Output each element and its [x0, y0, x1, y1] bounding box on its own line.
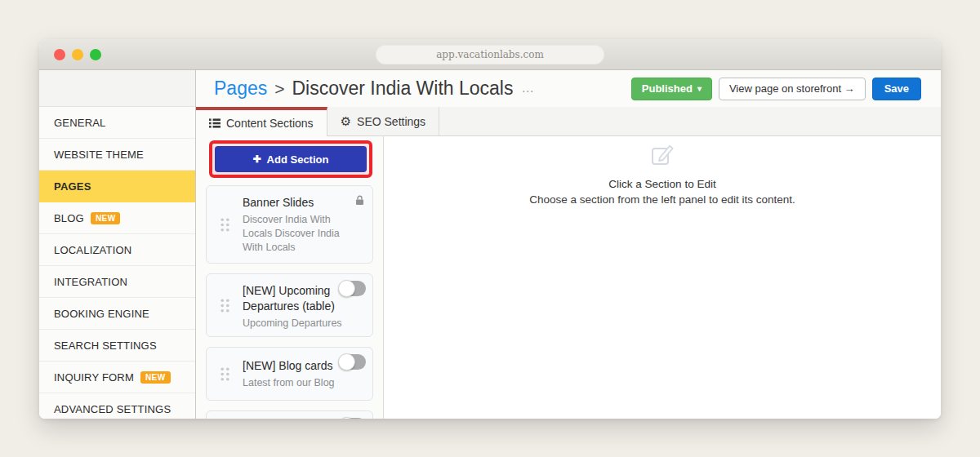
sidebar-item-website-theme[interactable]: WEBSITE THEME	[39, 139, 195, 171]
page-title: Discover India With Locals	[292, 78, 513, 100]
tab-bar: Content Sections ⚙ SEO Settings	[196, 107, 941, 136]
tab-label: SEO Settings	[357, 115, 425, 128]
sidebar-item-advanced-settings[interactable]: ADVANCED SETTINGS	[39, 393, 195, 419]
drag-handle[interactable]	[207, 348, 243, 400]
section-enable-toggle[interactable]	[339, 418, 366, 419]
sidebar-item-integration[interactable]: INTEGRATION	[39, 266, 195, 298]
sidebar-item-label: PAGES	[54, 180, 91, 193]
toggle-knob	[338, 280, 355, 297]
section-card-upcoming-departures[interactable]: [NEW] Upcoming Departures (table) Upcomi…	[206, 273, 373, 337]
caret-down-icon: ▾	[697, 84, 702, 93]
address-bar-url: app.vacationlabs.com	[436, 49, 544, 60]
sidebar-nav: GENERAL WEBSITE THEME PAGES BLOGNEW LOCA…	[39, 107, 195, 419]
window-controls	[54, 49, 101, 60]
drag-dots-icon	[220, 299, 229, 313]
section-enable-toggle[interactable]	[339, 354, 366, 370]
annotation-highlight-box: ✚ Add Section	[209, 140, 372, 178]
title-ellipsis-icon[interactable]: ⋯	[521, 84, 533, 99]
sidebar-item-general[interactable]: GENERAL	[39, 107, 195, 139]
breadcrumb: Pages > Discover India With Locals ⋯	[214, 78, 533, 100]
browser-titlebar: app.vacationlabs.com	[39, 39, 941, 70]
new-badge: NEW	[140, 371, 171, 384]
save-label: Save	[884, 82, 909, 95]
drag-dots-icon	[220, 367, 229, 381]
page-header: Pages > Discover India With Locals ⋯ Pub…	[196, 70, 941, 107]
tab-content-sections[interactable]: Content Sections	[196, 107, 327, 136]
gear-icon: ⚙	[341, 115, 351, 127]
view-storefront-label: View page on storefront →	[729, 82, 855, 95]
empty-state-description: Choose a section from the left panel to …	[523, 193, 801, 207]
sidebar-item-label: ADVANCED SETTINGS	[54, 403, 171, 415]
lock-icon	[355, 194, 364, 209]
sidebar-item-booking-engine[interactable]: BOOKING ENGINE	[39, 298, 195, 330]
settings-sidebar: GENERAL WEBSITE THEME PAGES BLOGNEW LOCA…	[39, 70, 196, 419]
sidebar-item-label: BLOG	[54, 212, 84, 224]
section-title: Banner Slides	[243, 195, 358, 211]
edit-pencil-icon	[649, 141, 675, 167]
address-bar[interactable]: app.vacationlabs.com	[376, 45, 604, 64]
tab-label: Content Sections	[226, 117, 314, 130]
tab-seo-settings[interactable]: ⚙ SEO Settings	[327, 107, 440, 135]
drag-dots-icon	[220, 218, 229, 232]
drag-handle[interactable]	[207, 274, 243, 336]
drag-handle[interactable]	[207, 186, 243, 263]
section-enable-toggle[interactable]	[339, 281, 366, 296]
section-subtitle: Latest from our Blog	[243, 376, 358, 390]
add-section-label: Add Section	[267, 153, 329, 166]
window-minimize-button[interactable]	[72, 49, 83, 60]
section-card-blog-cards[interactable]: [NEW] Blog cards Latest from our Blog	[206, 347, 373, 401]
empty-state-title: Click a Section to Edit	[608, 178, 715, 190]
drag-handle[interactable]	[207, 411, 243, 419]
published-label: Published	[642, 82, 693, 95]
sidebar-item-inquiry-form[interactable]: INQUIRY FORMNEW	[39, 362, 195, 393]
window-close-button[interactable]	[54, 49, 65, 60]
plus-icon: ✚	[253, 153, 261, 165]
sidebar-item-pages[interactable]: PAGES	[39, 171, 195, 202]
breadcrumb-pages-link[interactable]: Pages	[214, 78, 267, 100]
window-zoom-button[interactable]	[90, 49, 101, 60]
published-dropdown-button[interactable]: Published ▾	[631, 78, 712, 100]
section-subtitle: Upcoming Departures	[243, 317, 358, 331]
save-button[interactable]: Save	[872, 78, 921, 100]
add-section-button[interactable]: ✚ Add Section	[215, 146, 367, 172]
view-storefront-button[interactable]: View page on storefront →	[719, 78, 866, 100]
section-subtitle: Discover India With Locals Discover Indi…	[243, 213, 358, 255]
section-card-partial[interactable]	[206, 410, 373, 419]
browser-window: app.vacationlabs.com GENERAL WEBSITE THE…	[39, 39, 941, 419]
header-actions: Published ▾ View page on storefront → Sa…	[631, 78, 921, 100]
sidebar-item-label: LOCALIZATION	[54, 244, 131, 256]
sidebar-item-label: SEARCH SETTINGS	[54, 339, 157, 352]
new-badge: NEW	[91, 212, 121, 224]
sidebar-item-localization[interactable]: LOCALIZATION	[39, 234, 195, 266]
sidebar-item-search-settings[interactable]: SEARCH SETTINGS	[39, 330, 195, 362]
sections-list-panel: ✚ Add Section Ba	[196, 136, 384, 419]
section-card-banner-slides[interactable]: Banner Slides Discover India With Locals…	[206, 185, 373, 264]
sidebar-item-label: BOOKING ENGINE	[54, 308, 149, 320]
breadcrumb-separator: >	[274, 79, 284, 99]
list-icon	[209, 118, 220, 128]
sidebar-item-blog[interactable]: BLOGNEW	[39, 202, 195, 234]
sidebar-item-label: INTEGRATION	[54, 276, 127, 288]
toggle-knob	[338, 353, 355, 370]
sidebar-item-label: WEBSITE THEME	[54, 149, 144, 161]
sidebar-top-spacer	[39, 70, 195, 107]
section-editor-panel: Click a Section to Edit Choose a section…	[384, 136, 941, 419]
sidebar-item-label: INQUIRY FORM	[54, 371, 134, 384]
sidebar-item-label: GENERAL	[54, 117, 106, 129]
